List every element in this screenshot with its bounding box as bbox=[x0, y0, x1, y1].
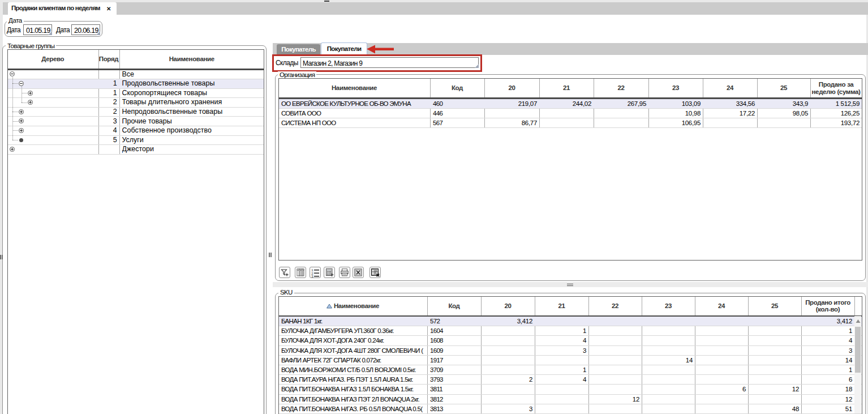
svg-text:3: 3 bbox=[311, 275, 313, 278]
